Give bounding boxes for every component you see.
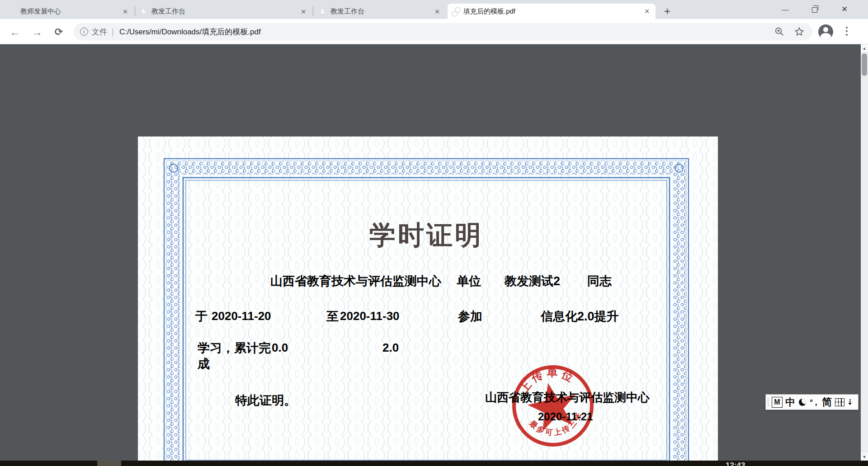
red-app-icon: [319, 8, 327, 15]
globe-icon: [452, 8, 460, 15]
restore-button[interactable]: [804, 0, 825, 18]
from-label: 于: [195, 308, 208, 325]
tab-title: 教师发展中心: [20, 7, 118, 16]
scroll-up-icon[interactable]: ▲: [861, 44, 868, 52]
tab-divider: [135, 7, 135, 16]
certificate-page: 上传单位 最多可上传三张: [138, 137, 718, 466]
tab-workbench-1[interactable]: 教发工作台 ✕: [136, 4, 312, 19]
to-date: 2020-11-30: [340, 309, 400, 323]
tab-title: 教发工作台: [151, 7, 296, 16]
course-name: 信息化2.0提升: [541, 308, 619, 325]
scroll-down-icon[interactable]: ▼: [861, 453, 868, 461]
scrollbar[interactable]: ▲ ▼: [861, 44, 868, 466]
avatar-icon: [818, 24, 833, 39]
clock-text: 12:43: [726, 461, 745, 466]
taskbar-app-segment[interactable]: [97, 461, 121, 466]
issue-date: 2020-11-21: [538, 410, 593, 423]
new-tab-button[interactable]: +: [661, 5, 674, 18]
tab-title: 教发工作台: [330, 7, 429, 16]
certificate-line1: 山西省教育技术与评估监测中心单位教发测试2同志: [270, 273, 612, 289]
ime-drag-handle-icon[interactable]: [766, 395, 770, 410]
ime-punctuation-button[interactable]: °，: [810, 395, 819, 410]
tab-pdf-active[interactable]: 填充后的模板.pdf ✕: [448, 4, 656, 19]
unit-label: 单位: [457, 274, 481, 288]
ime-bar[interactable]: M 中 °， 简: [765, 394, 859, 410]
to-label: 至: [326, 308, 339, 325]
close-icon[interactable]: ✕: [643, 7, 651, 15]
info-icon[interactable]: i: [80, 28, 88, 36]
minimize-button[interactable]: —: [775, 0, 796, 18]
issuer-name: 山西省教育技术与评估监测中心: [485, 390, 650, 405]
scrollbar-thumb[interactable]: [862, 53, 867, 76]
tab-teacher-center[interactable]: 教师发展中心 ✕: [5, 4, 134, 19]
certificate-title: 学时证明: [369, 218, 483, 253]
url-text[interactable]: C:/Users/mi/Downloads/填充后的模板.pdf: [119, 27, 773, 37]
tab-title: 填充后的模板.pdf: [463, 7, 639, 16]
close-icon[interactable]: ✕: [299, 8, 307, 16]
join-label: 参加: [458, 308, 482, 325]
address-bar[interactable]: i 文件 | C:/Users/mi/Downloads/填充后的模板.pdf: [74, 23, 812, 40]
bottom-taskbar: 12:43: [0, 461, 868, 466]
line3-wrap: 成: [198, 356, 210, 372]
window-close-button[interactable]: ✕: [834, 0, 855, 18]
tab-divider: [313, 7, 313, 16]
ime-language-button[interactable]: 中: [785, 395, 795, 410]
back-icon[interactable]: ←: [7, 24, 23, 40]
red-app-icon: [140, 8, 148, 15]
zoom-icon[interactable]: [773, 25, 786, 38]
ime-charset-button[interactable]: 简: [822, 395, 832, 410]
close-icon[interactable]: ✕: [433, 8, 441, 16]
close-icon[interactable]: ✕: [121, 8, 129, 16]
restore-icon: [812, 7, 817, 13]
red-seal-icon: 上传单位 最多可上传三张: [503, 356, 603, 456]
hours-total: 2.0: [382, 341, 399, 355]
ime-mode-button[interactable]: M: [772, 397, 783, 408]
avatar[interactable]: [816, 23, 835, 41]
ime-softkeyboard-icon[interactable]: [833, 395, 846, 410]
hours-done: 0.0: [272, 341, 288, 355]
star-icon[interactable]: [793, 25, 806, 38]
scheme-label: 文件: [92, 27, 107, 37]
tab-workbench-2[interactable]: 教发工作台 ✕: [315, 4, 446, 19]
person-name: 教发测试2: [505, 274, 560, 288]
menu-icon[interactable]: [839, 24, 854, 39]
from-date: 2020-11-20: [212, 309, 271, 323]
globe-icon: [9, 8, 17, 15]
pdf-viewer: 上传单位 最多可上传三张 学时证明 山西省教育技术与评估监测中心单位教发测试2同…: [0, 44, 868, 466]
tab-bar: 教师发展中心 ✕ 教发工作台 ✕ 教发工作台 ✕ 填充后的模板.pdf ✕ + …: [0, 0, 868, 19]
ime-fullwidth-icon[interactable]: [797, 395, 808, 410]
reload-icon[interactable]: ⟳: [51, 24, 66, 40]
comrade-label: 同志: [587, 274, 612, 288]
forward-icon[interactable]: →: [29, 24, 45, 40]
line3-prefix: 学习，累计完: [198, 340, 271, 356]
ime-options-icon[interactable]: [848, 395, 852, 410]
scheme-separator: |: [112, 27, 114, 37]
closing-statement: 特此证明。: [235, 392, 296, 409]
certificate-background: [138, 137, 718, 466]
issuing-org: 山西省教育技术与评估监测中心: [270, 274, 441, 288]
